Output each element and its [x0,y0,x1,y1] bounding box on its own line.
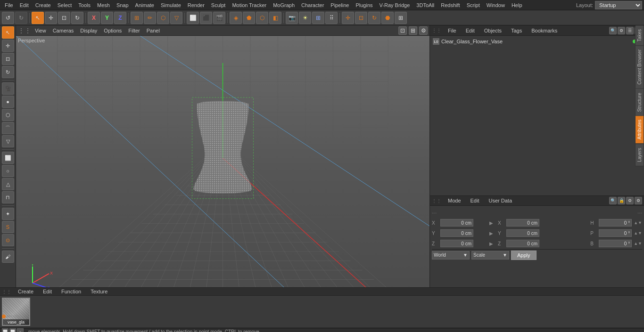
menu-mograph[interactable]: MoGraph [270,1,297,9]
render-region-button[interactable]: ⬜ [187,12,199,24]
menu-sculpt[interactable]: Sculpt [208,1,229,9]
structure-tab[interactable]: Structure [635,89,644,116]
viewport-menu-panel[interactable]: Panel [144,27,163,34]
select-tool-button[interactable]: ↖ [32,12,44,24]
attr-z-arrow[interactable]: ▶ [487,241,496,246]
attr-h-arrow[interactable]: ▲▼ [634,220,642,225]
om-menu-bookmarks[interactable]: Bookmarks [528,27,560,34]
apply-button[interactable]: Apply [511,251,537,260]
render-view-button[interactable]: ⬛ [200,12,212,24]
viewport-settings-btn[interactable]: ⚙ [419,26,428,35]
attr-x-arrow[interactable]: ▶ [487,220,496,226]
sidebar-smear-btn[interactable]: S [2,221,14,233]
takes-tab[interactable]: Takes [635,25,644,46]
wireframe-button[interactable]: ⬡ [256,12,268,24]
shading-button[interactable]: ⬟ [243,12,255,24]
menu-script[interactable]: Script [464,1,483,9]
viewport-menu-cameras[interactable]: Cameras [50,27,77,34]
sidebar-cylinder-btn[interactable]: ⊓ [2,191,14,203]
dot-matrix-button[interactable]: ⠿ [325,12,338,24]
z-axis-button[interactable]: Z [114,12,126,24]
mat-menu-texture[interactable]: Texture [88,288,110,295]
status-icon-3[interactable]: × [17,328,24,332]
attr-y-arrow[interactable]: ▶ [487,231,496,236]
menu-help[interactable]: Help [509,1,525,9]
nurbs-tool-button[interactable]: ⬡ [157,12,169,24]
menu-file[interactable]: File [2,1,16,9]
viewport-menu-options[interactable]: Options [101,27,124,34]
attr-menu-edit[interactable]: Edit [468,197,482,204]
redo-button[interactable]: ↻ [15,12,27,24]
object-add-button[interactable]: ⊞ [131,12,143,24]
menu-edit[interactable]: Edit [17,1,32,9]
viewport-dots-icon[interactable]: ⋮⋮ [18,27,31,34]
viewport-menu-view[interactable]: View [32,27,49,34]
x-axis-button[interactable]: X [88,12,100,24]
menu-pipeline[interactable]: Pipeline [328,1,352,9]
attr-b-rot-input[interactable] [599,240,632,247]
sidebar-spline-btn[interactable]: ⌒ [2,122,14,134]
menu-create[interactable]: Create [33,1,54,9]
om-menu-edit[interactable]: Edit [463,27,478,34]
viewport-menu-filter[interactable]: Filter [125,27,142,34]
light-button[interactable]: ☀ [299,12,311,24]
viewport-3d[interactable]: Perspective Grid Spacing : 10 cm X Y Z [16,36,429,308]
rotate-tool-button[interactable]: ↻ [71,12,83,24]
attr-search-btn[interactable]: 🔍 [609,197,617,204]
spline-tool-button[interactable]: ✏ [144,12,156,24]
mat-menu-function[interactable]: Function [58,288,84,295]
attr-link-btn[interactable]: ⚙ [626,197,634,204]
move-tool-button[interactable]: ✛ [45,12,57,24]
attr-p-rot-input[interactable] [599,229,632,237]
menu-3dtoall[interactable]: 3DToAll [413,1,437,9]
mat-menu-edit[interactable]: Edit [40,288,55,295]
sidebar-cube-btn[interactable]: ⬜ [2,152,14,164]
om-menu-tags[interactable]: Tags [508,27,525,34]
sidebar-sphere-btn[interactable]: ○ [2,165,14,177]
snap-rotate-button[interactable]: ↻ [368,12,380,24]
snap-scale-button[interactable]: ⊡ [355,12,367,24]
status-icon-1[interactable]: ⬜ [2,328,8,332]
snap-move-button[interactable]: ✛ [342,12,354,24]
attr-x-pos-input[interactable] [440,219,473,227]
sidebar-stamp-btn[interactable]: ⊙ [2,234,14,246]
camera-button[interactable]: 📷 [286,12,298,24]
sidebar-paint-btn[interactable]: 🖌 [2,251,14,263]
sidebar-cone-btn[interactable]: △ [2,178,14,190]
sidebar-select-btn[interactable]: ↖ [2,26,14,39]
sidebar-scale-btn[interactable]: ⊡ [2,53,14,65]
menu-mesh[interactable]: Mesh [94,1,113,9]
viewport-arrow-btn[interactable]: ⊞ [409,26,417,35]
menu-window[interactable]: Window [484,1,508,9]
y-axis-button[interactable]: Y [101,12,113,24]
attributes-tab[interactable]: Attributes [635,116,644,144]
menu-select[interactable]: Select [55,1,75,9]
layers-tab[interactable]: Layers [635,144,644,166]
menu-snap[interactable]: Snap [114,1,132,9]
attr-z-pos-input[interactable] [440,240,473,247]
menu-animate[interactable]: Animate [132,1,157,9]
attr-h-rot-input[interactable] [599,219,632,227]
object-row[interactable]: L0 Clear_Glass_Flower_Vase [431,37,643,46]
render-all-button[interactable]: 🎬 [213,12,225,24]
menu-plugins[interactable]: Plugins [353,1,375,9]
om-search-btn[interactable]: 🔍 [609,27,617,34]
sidebar-move-btn[interactable]: ✛ [2,40,14,52]
attr-lock-btn[interactable]: 🔒 [618,197,625,204]
attr-menu-mode[interactable]: Mode [445,197,464,204]
menu-simulate[interactable]: Simulate [158,1,184,9]
menu-redshift[interactable]: Redshift [438,1,462,9]
mat-menu-create[interactable]: Create [15,288,36,295]
om-filter-btn[interactable]: ⚙ [618,27,625,34]
sidebar-light-btn[interactable]: ● [2,96,14,108]
layout-dropdown[interactable]: Startup [595,1,642,9]
attr-x-size-input[interactable] [506,219,539,227]
attr-b-arrow[interactable]: ▲▼ [634,241,642,246]
viewport-maximize-btn[interactable]: ⊡ [398,26,407,35]
sidebar-camera-btn[interactable]: 🎥 [2,82,14,95]
content-browser-tab[interactable]: Content Browser [635,46,644,89]
attr-p-arrow[interactable]: ▲▼ [634,231,642,235]
view-mode-button[interactable]: ◈ [230,12,242,24]
om-expand-btn[interactable]: ☰ [626,27,634,34]
viewport-menu-display[interactable]: Display [77,27,100,34]
